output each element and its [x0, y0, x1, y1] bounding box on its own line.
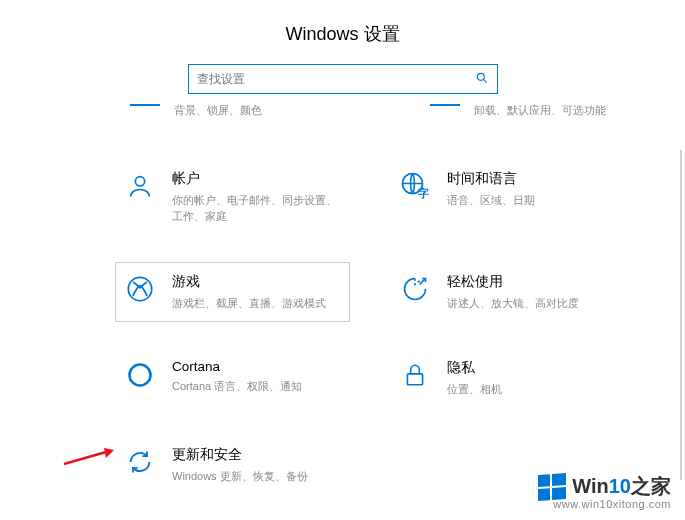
svg-text:字: 字 [418, 187, 429, 199]
tile-desc: 语音、区域、日期 [447, 192, 616, 209]
cutoff-row: 背景、锁屏、颜色 卸载、默认应用、可选功能 [0, 102, 685, 119]
ease-icon [399, 273, 431, 305]
tile-desc: 背景、锁屏、颜色 [174, 102, 262, 119]
tile-apps-partial[interactable]: 卸载、默认应用、可选功能 [430, 102, 650, 119]
apps-icon [430, 104, 460, 112]
cortana-icon [124, 359, 156, 391]
person-icon [124, 170, 156, 202]
search-input[interactable] [197, 72, 475, 86]
tile-ease-of-access[interactable]: 轻松使用 讲述人、放大镜、高对比度 [390, 262, 625, 323]
tile-desc: 位置、相机 [447, 381, 616, 398]
tile-time-language[interactable]: 字 时间和语言 语音、区域、日期 [390, 159, 625, 236]
watermark: Win10之家 www.win10xitong.com [534, 471, 675, 512]
tile-title: 游戏 [172, 273, 341, 291]
svg-line-1 [483, 79, 486, 82]
settings-grid: 帐户 你的帐户、电子邮件、同步设置、工作、家庭 字 时间和语言 语音、区域、日期… [0, 119, 685, 496]
tile-title: 时间和语言 [447, 170, 616, 188]
lock-icon [399, 359, 431, 391]
tile-title: 隐私 [447, 359, 616, 377]
svg-point-2 [135, 176, 144, 185]
watermark-brand: Win10之家 [572, 473, 671, 500]
windows-logo-icon [538, 473, 566, 501]
sync-icon [124, 446, 156, 478]
page-title: Windows 设置 [0, 0, 685, 64]
svg-line-9 [64, 452, 106, 464]
tile-personalization-partial[interactable]: 背景、锁屏、颜色 [130, 102, 350, 119]
monitor-icon [130, 104, 160, 112]
tile-desc: 游戏栏、截屏、直播、游戏模式 [172, 295, 341, 312]
globe-char-icon: 字 [399, 170, 431, 202]
svg-line-6 [420, 278, 426, 284]
tile-desc: Cortana 语言、权限、通知 [172, 378, 341, 395]
watermark-url: www.win10xitong.com [553, 498, 671, 510]
search-box[interactable] [188, 64, 498, 94]
tile-update-security[interactable]: 更新和安全 Windows 更新、恢复、备份 [115, 435, 350, 496]
tile-title: 更新和安全 [172, 446, 341, 464]
svg-point-7 [130, 365, 151, 386]
tile-desc: 你的帐户、电子邮件、同步设置、工作、家庭 [172, 192, 341, 225]
tile-cortana[interactable]: Cortana Cortana 语言、权限、通知 [115, 348, 350, 409]
svg-rect-8 [407, 374, 422, 385]
tile-desc: 卸载、默认应用、可选功能 [474, 102, 606, 119]
tile-accounts[interactable]: 帐户 你的帐户、电子邮件、同步设置、工作、家庭 [115, 159, 350, 236]
scrollbar[interactable] [680, 150, 682, 480]
tile-desc: 讲述人、放大镜、高对比度 [447, 295, 616, 312]
svg-point-0 [477, 73, 484, 80]
tile-title: 轻松使用 [447, 273, 616, 291]
svg-marker-10 [104, 448, 114, 458]
tile-gaming[interactable]: 游戏 游戏栏、截屏、直播、游戏模式 [115, 262, 350, 323]
search-icon [475, 71, 489, 88]
tile-desc: Windows 更新、恢复、备份 [172, 468, 341, 485]
annotation-arrow [62, 446, 117, 472]
xbox-icon [124, 273, 156, 305]
tile-title: 帐户 [172, 170, 341, 188]
tile-title: Cortana [172, 359, 341, 374]
search-container [0, 64, 685, 94]
tile-privacy[interactable]: 隐私 位置、相机 [390, 348, 625, 409]
